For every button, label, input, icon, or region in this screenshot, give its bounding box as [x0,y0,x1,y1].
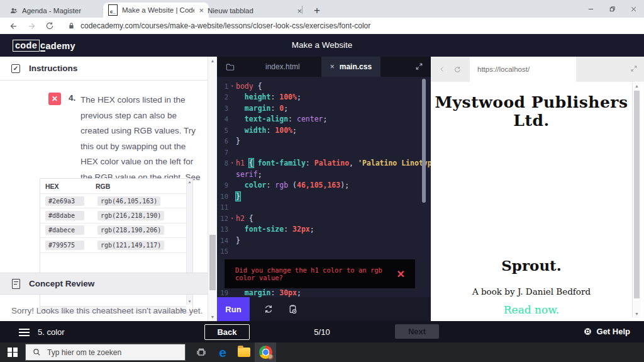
code-line[interactable]: 2 height: 100%; [217,92,419,103]
browser-tab-strip: Agenda - Magister × c_ Make a Website | … [0,0,644,18]
hex-value-cell: #2e69a3 [45,196,84,206]
cheatsheet-message: Sorry! Looks like this cheatsheet isn't … [11,306,203,315]
code-line[interactable]: 6} [217,136,419,147]
lesson-menu-button[interactable] [19,329,30,336]
chrome-profile-badge [268,354,274,360]
refresh-icon [264,304,274,314]
folder-icon [238,348,250,357]
restore-button[interactable] [601,0,623,18]
next-button[interactable]: Next [395,324,439,339]
instructions-header[interactable]: ✓ Instructions [0,57,208,81]
url-text[interactable]: codecademy.com/courses/make-a-website/le… [80,21,370,30]
code-line[interactable]: serif; [217,169,419,180]
course-title: Make a Website [0,40,644,50]
editor-expand-button[interactable] [415,62,423,71]
scroll-down-icon[interactable]: ▼ [208,315,217,319]
new-tab-button[interactable]: + [306,4,328,18]
scroll-down-icon[interactable]: ▼ [633,312,641,316]
minimize-button[interactable] [580,0,601,18]
code-line[interactable]: 4 text-align: center; [217,114,419,125]
editor-run-bar: Run [217,297,431,321]
code-lines[interactable]: 1▾body {2 height: 100%;3 margin: 0;4 tex… [217,81,419,257]
scrollbar-thumb[interactable] [209,235,216,290]
tab-main-css[interactable]: × main.css [321,57,380,77]
edge-taskbar-button[interactable]: e [212,342,233,362]
notification-text: Did you change the h1 color to an rgb co… [235,266,397,281]
start-button[interactable] [0,342,25,362]
scroll-up-icon[interactable]: ▲ [633,84,641,88]
close-icon[interactable]: × [330,62,335,71]
editor-tab-bar: index.html × main.css [217,57,431,77]
scroll-up-icon[interactable]: ▲ [208,59,217,63]
scroll-up-icon[interactable]: ▲ [188,180,192,184]
get-help-button[interactable]: Get Help [583,327,630,336]
scroll-down-icon[interactable]: ▼ [188,300,192,303]
tab-index-html[interactable]: index.html [265,62,300,71]
taskbar-search-box[interactable]: Typ hier om te zoeken [25,344,186,361]
reload-button[interactable] [45,21,54,30]
checkbox-icon: ✓ [11,64,20,73]
preview-link[interactable]: Read now. [431,303,632,316]
preview-url-field[interactable]: https://localhost/ [470,57,576,82]
instructions-scrollbar[interactable]: ▲ ▼ [208,57,217,321]
code-line[interactable]: 3 margin: 0; [217,103,419,114]
lesson-label: 5. color [38,327,65,337]
code-line[interactable]: 13 font-size: 32px; [217,224,419,235]
code-line[interactable]: 15 [217,246,419,257]
preview-scrollbar[interactable]: ▲ ▼ [632,82,641,318]
browser-tab-codecademy[interactable]: c_ Make a Website | Codecademy × [103,3,209,18]
search-icon [33,348,41,356]
copy-code-button[interactable] [287,304,298,315]
code-line[interactable]: 9 color: rgb (46,105,163); [217,180,419,191]
hex-value-cell: #d8dabe [45,211,84,220]
task-view-button[interactable] [191,342,212,362]
code-line[interactable]: 10} [217,191,419,202]
lifesaver-icon [583,327,592,336]
code-line[interactable]: 19 margin: 30px; [217,287,419,297]
hex-rgb-table-body: #2e69a3rgb(46,105,163)#d8dabergb(216,218… [40,194,192,253]
close-icon[interactable]: ✕ [397,268,405,280]
preview-refresh-button[interactable] [453,65,462,74]
close-window-button[interactable] [623,0,644,18]
preview-heading: Mystwood Publishers Ltd. [431,93,632,130]
code-lines-bottom[interactable]: 19 margin: 30px; [217,287,419,297]
table-row: #dabecergb(218,190,206) [40,223,192,238]
reload-icon [45,21,54,30]
back-button[interactable] [9,21,18,31]
tab-separator [302,6,303,14]
code-line[interactable]: 11 [217,202,419,213]
scrollbar-thumb[interactable] [634,91,640,298]
step-number: 4. [69,93,75,103]
close-icon[interactable]: × [297,7,302,15]
instructions-panel: ✓ Instructions ✕ 4. The HEX colors liste… [0,57,217,321]
lock-icon[interactable] [68,22,75,30]
browser-tab-new[interactable]: Nieuw tabblad × [203,4,307,18]
back-button[interactable]: Back [204,324,250,340]
editor-scrollbar-thumb[interactable] [422,79,426,203]
forward-button[interactable] [27,21,36,31]
screen: Agenda - Magister × c_ Make a Website | … [0,0,644,362]
code-line[interactable]: 1▾body { [217,81,419,92]
code-line[interactable]: 14} [217,235,419,246]
browser-tab-magister[interactable]: Agenda - Magister × [5,4,112,18]
file-explorer-button[interactable] [233,342,255,362]
step-failed-badge[interactable]: ✕ [48,93,61,105]
column-header-hex: HEX [45,183,96,190]
document-icon [12,279,20,289]
run-button[interactable]: Run [217,297,250,321]
restore-icon [609,6,616,13]
code-line[interactable]: 7 [217,147,419,158]
preview-expand-button[interactable] [630,65,638,72]
concept-review-header[interactable]: Concept Review [0,273,208,295]
code-line[interactable]: 12▾h2 { [217,213,419,224]
code-line[interactable]: 5 width: 100%; [217,125,419,136]
reset-code-button[interactable] [264,304,274,314]
editor-notification: Did you change the h1 color to an rgb co… [225,259,415,288]
chrome-taskbar-button[interactable] [255,342,276,362]
preview-subheading: Sprout. [431,257,632,274]
file-tree-button[interactable] [225,62,235,72]
table-header-row: HEX RGB [40,179,192,194]
column-header-rgb: RGB [96,183,110,190]
preview-back-button[interactable] [438,65,446,73]
code-line[interactable]: 8▾h1 { font-family: Palatino, 'Palatino … [217,158,419,169]
